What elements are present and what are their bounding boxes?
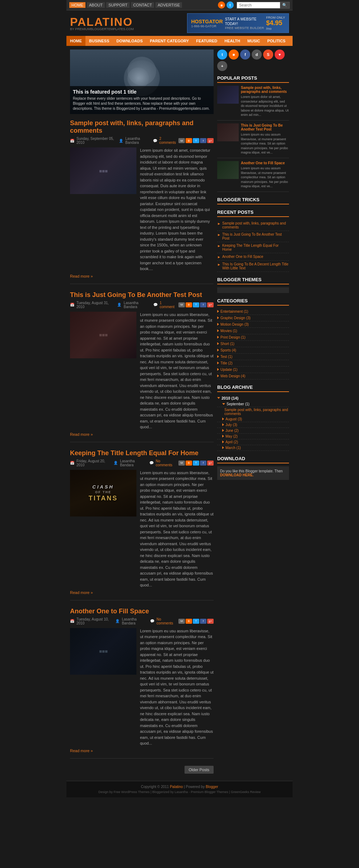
recent-post-2-link[interactable]: This is Just Going To Be Another Test Po… (222, 232, 289, 240)
share-fb-btn-4[interactable]: f (200, 619, 206, 624)
archive-month-march[interactable]: March (1) (217, 445, 289, 451)
popular-post-3-title[interactable]: Another One to Fill Space (241, 161, 289, 165)
search-button[interactable]: 🔍 (280, 2, 289, 8)
featured-post: This is featured post 1 title Replace th… (70, 49, 214, 114)
topnav-contact[interactable]: CONTACT (131, 2, 154, 8)
footer-blogger-link[interactable]: Blogger (206, 785, 218, 789)
post-3-title-link[interactable]: Keeping The Title Length Equal For Home (70, 449, 199, 457)
recent-post-4-link[interactable]: Another One to Fill Space (222, 255, 264, 259)
archive-month-july[interactable]: July (3) (217, 422, 289, 428)
share-blog-btn[interactable]: B (186, 138, 192, 143)
post-2-read-more[interactable]: Read more » (70, 432, 214, 437)
recent-post-1-link[interactable]: Sample post with, links, paragraphs and … (222, 221, 289, 229)
post-3-comments[interactable]: No comments (156, 459, 176, 467)
share-fb-btn-2[interactable]: f (200, 302, 206, 307)
search-input[interactable] (237, 2, 280, 8)
archive-month-august[interactable]: August (3) (217, 416, 289, 422)
calendar-icon-4: 📅 (70, 619, 74, 623)
archive-month-april[interactable]: April (2) (217, 439, 289, 445)
nav-parent-category[interactable]: PARENT CATEGORY (146, 36, 193, 46)
nav-music[interactable]: MUSIC (244, 36, 264, 46)
category-item[interactable]: Web Design (4) (217, 373, 289, 379)
nav-downloads[interactable]: DOWNLOADS (113, 36, 146, 46)
category-item[interactable]: Print Design (1) (217, 334, 289, 341)
category-item[interactable]: Graphic Design (3) (217, 315, 289, 321)
post-3-read-more[interactable]: Read more » (70, 590, 214, 595)
post-4-title-link[interactable]: Another One to Fill Space (70, 608, 149, 615)
share-twitter-btn[interactable]: T (193, 138, 199, 143)
post-1-read-more[interactable]: Read more » (70, 274, 214, 278)
recent-post-3-link[interactable]: Keeping The Title Length Equal For Home (222, 244, 289, 251)
nav-business[interactable]: BUSINESS (85, 36, 113, 46)
topnav-support[interactable]: SUPPORT (106, 2, 130, 8)
topnav-advertise[interactable]: ADVERTISE (155, 2, 182, 8)
sidebar-twitter-icon[interactable]: t (217, 49, 227, 60)
rss-icon[interactable]: ■ (218, 1, 225, 9)
category-item[interactable]: Short (1) (217, 341, 289, 347)
sidebar-popular-posts: POPULAR POSTS Sample post with, links, p… (217, 75, 289, 192)
footer-site-link[interactable]: Palatino (170, 785, 183, 789)
post-1-title-link[interactable]: Sample post with, links, paragraphs and … (70, 119, 194, 134)
category-item[interactable]: Title (2) (217, 360, 289, 367)
post-1-comments[interactable]: 2 comments (159, 137, 176, 145)
share-blog-btn-4[interactable]: B (186, 619, 192, 624)
archive-month-may[interactable]: May (2) (217, 434, 289, 439)
category-item[interactable]: Test (1) (217, 354, 289, 360)
share-twitter-btn-4[interactable]: T (193, 619, 199, 624)
ad-banner[interactable]: HOSTGATOR 1-866-96-GATOR START A WEBSITE… (187, 13, 289, 33)
post-4-read-more[interactable]: Read more » (70, 749, 214, 753)
twitter-icon[interactable]: t (227, 1, 234, 9)
archive-year-2010[interactable]: 2010 (14) (217, 395, 289, 401)
post-1-date: Sunday, September 05, 2010 (76, 137, 117, 145)
recent-post-5-link[interactable]: This Is Going To Be A Decent Length Titl… (222, 262, 289, 270)
share-email-btn-2[interactable]: M (178, 302, 185, 307)
nav-politics[interactable]: POLITICS (264, 36, 289, 46)
share-gplus-btn[interactable]: g+ (207, 138, 214, 143)
top-bar: HOME ABOUT SUPPORT CONTACT ADVERTISE ■ t… (66, 0, 293, 10)
share-fb-btn-3[interactable]: f (200, 461, 206, 466)
nav-uncategorized[interactable]: UNCATEGORIZED (289, 36, 293, 46)
sidebar-feed-icon[interactable]: ■ (229, 49, 239, 60)
category-item[interactable]: Motion Design (3) (217, 321, 289, 328)
post-2-title-link[interactable]: This is Just Going To Be Another Test Po… (70, 291, 202, 298)
archive-post-item[interactable]: Sample post with, links, paragraphs and … (224, 407, 289, 416)
post-4-comments[interactable]: No comments (157, 617, 176, 625)
older-posts-button[interactable]: Older Posts (185, 766, 214, 774)
share-email-btn-4[interactable]: M (178, 619, 185, 624)
sidebar-heart-icon[interactable]: ♥ (275, 49, 285, 60)
ad-price: $4.95 (266, 19, 285, 27)
share-email-btn[interactable]: M (178, 138, 185, 143)
share-gplus-btn-4[interactable]: g+ (207, 619, 214, 624)
sidebar-stumble-icon[interactable]: S (263, 49, 273, 60)
nav-featured[interactable]: FEATURED (192, 36, 221, 46)
popular-post-2-title[interactable]: This is Just Going To Be Another Test Po… (241, 123, 289, 131)
share-twitter-btn-2[interactable]: T (193, 302, 199, 307)
category-item[interactable]: Movies (1) (217, 328, 289, 334)
sidebar-facebook-icon[interactable]: f (240, 49, 250, 60)
share-twitter-btn-3[interactable]: T (193, 461, 199, 466)
share-email-btn-3[interactable]: M (178, 461, 185, 466)
post-2-comments[interactable]: 1 comment (160, 301, 176, 309)
share-gplus-btn-3[interactable]: g+ (207, 461, 214, 466)
share-fb-btn[interactable]: f (200, 138, 206, 143)
category-item[interactable]: Sports (4) (217, 347, 289, 354)
archive-month-june[interactable]: June (2) (217, 428, 289, 434)
main-content: This is featured post 1 title Replace th… (70, 49, 214, 774)
sidebar-plus-icon[interactable]: + (217, 61, 227, 71)
share-blog-btn-3[interactable]: B (186, 461, 192, 466)
topnav-home[interactable]: HOME (69, 2, 85, 8)
download-link[interactable]: DOWNLOAD HERE. (220, 473, 253, 477)
sidebar-digg-icon[interactable]: d (252, 49, 262, 60)
category-item[interactable]: Update (1) (217, 367, 289, 373)
category-item[interactable]: Entertainment (1) (217, 308, 289, 315)
nav-home[interactable]: HOME (66, 36, 85, 46)
popular-post-1-title[interactable]: Sample post with, links, paragraphs and … (241, 86, 289, 94)
share-gplus-btn-2[interactable]: g+ (207, 302, 214, 307)
popular-post-1-image (217, 86, 239, 104)
nav-health[interactable]: HEALTH (221, 36, 244, 46)
arrow-icon-4: ► (217, 255, 221, 259)
archive-month-september[interactable]: September (1) (217, 401, 289, 407)
topnav-about[interactable]: ABOUT (87, 2, 105, 8)
popular-post-1-desc: Lorem ipsum dolor sit amet, consectetur … (241, 95, 289, 117)
share-blog-btn-2[interactable]: B (186, 302, 192, 307)
